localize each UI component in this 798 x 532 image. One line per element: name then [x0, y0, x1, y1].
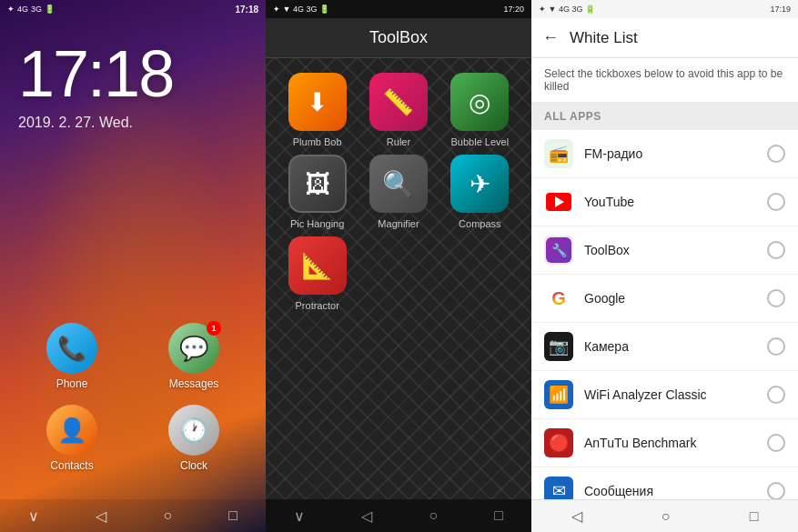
list-item[interactable]: 📶 WiFi Analyzer Classic — [531, 371, 798, 419]
wifi-analyzer-icon: 📶 — [544, 380, 573, 409]
toolbox-nav-home[interactable]: ○ — [429, 507, 438, 524]
list-item[interactable]: G Google — [531, 275, 798, 323]
home-app-messages[interactable]: 💬 1 Messages — [140, 323, 247, 390]
wl-nav-bar: ◁ ○ □ — [531, 499, 798, 532]
home-app-phone[interactable]: 📞 Phone — [18, 323, 126, 390]
wl-section-header: ALL APPS — [531, 103, 798, 130]
list-item[interactable]: 📷 Камера — [531, 323, 798, 371]
magnifier-label: Magnifier — [378, 218, 419, 229]
home-app-clock[interactable]: 🕐 Clock — [140, 405, 247, 472]
clock-icon: 🕐 — [168, 405, 219, 456]
protractor-label: Protractor — [296, 300, 339, 311]
google-logo: G — [551, 288, 566, 309]
toolbox-grid: ⬇ Plumb Bob 📏 Ruler ◎ Bubble Level 🖼 Pic… — [266, 58, 531, 499]
antutu-label: AnTuTu Benchmark — [584, 436, 756, 450]
home-big-time: 17:18 — [18, 36, 266, 111]
plumb-bob-icon: ⬇ — [288, 73, 347, 131]
tool-compass[interactable]: ✈ Compass — [443, 155, 517, 229]
signal-3g: 3G — [31, 5, 42, 14]
fm-radio-label: FM-радио — [584, 146, 756, 161]
plumb-bob-label: Plumb Bob — [293, 136, 342, 147]
tool-bubble-level[interactable]: ◎ Bubble Level — [443, 73, 517, 147]
camera-label: Камера — [584, 339, 756, 354]
messages-icon: 💬 1 — [168, 323, 219, 374]
list-item[interactable]: ✉ Сообщения — [531, 467, 798, 499]
toolbox-nav-back[interactable]: ◁ — [361, 507, 372, 525]
toolbox-status-icons: ✦ ▼ 4G 3G 🔋 — [273, 5, 329, 14]
home-nav-recent[interactable]: □ — [228, 507, 237, 524]
google-label: Google — [584, 291, 756, 306]
wl-back-button[interactable]: ← — [542, 28, 559, 47]
youtube-checkbox[interactable] — [767, 193, 785, 211]
toolbox-screen: ✦ ▼ 4G 3G 🔋 17:20 ToolBox ⬇ Plumb Bob 📏 … — [266, 0, 531, 532]
google-icon: G — [544, 284, 573, 313]
toolbox-nav-down[interactable]: ∨ — [294, 507, 305, 525]
home-screen: ✦ 4G 3G 🔋 17:18 17:18 2019. 2. 27. Wed. … — [0, 0, 266, 532]
messages-wl-label: Сообщения — [584, 484, 756, 498]
youtube-label: YouTube — [584, 195, 756, 209]
pic-hanging-icon: 🖼 — [288, 155, 347, 213]
tool-pic-hanging[interactable]: 🖼 Pic Hanging — [280, 155, 354, 229]
toolbox-status-time: 17:20 — [503, 5, 524, 14]
home-nav-back[interactable]: ◁ — [96, 507, 106, 525]
wl-title: White List — [570, 29, 638, 47]
contacts-icon: 👤 — [46, 405, 97, 456]
toolbox-nav-recent[interactable]: □ — [494, 507, 503, 524]
wl-header: ← White List — [531, 18, 798, 58]
wl-nav-home[interactable]: ○ — [662, 508, 671, 525]
camera-checkbox[interactable] — [767, 337, 785, 356]
youtube-icon — [544, 187, 573, 216]
list-item[interactable]: 📻 FM-радио — [531, 130, 798, 178]
messages-label: Messages — [169, 377, 219, 390]
home-nav-bar: ∨ ◁ ○ □ — [0, 499, 266, 532]
battery-icon: 🔋 — [45, 5, 55, 14]
toolbox-title: ToolBox — [369, 28, 428, 47]
tool-protractor[interactable]: 📐 Protractor — [280, 236, 354, 311]
tool-magnifier[interactable]: 🔍 Magnifier — [361, 155, 435, 229]
home-clock: 17:18 2019. 2. 27. Wed. — [0, 18, 266, 131]
antutu-checkbox[interactable] — [767, 434, 785, 452]
pic-hanging-label: Pic Hanging — [290, 218, 344, 229]
wl-app-list: 📻 FM-радио YouTube 🔧 ToolBox G Google — [531, 130, 798, 499]
list-item[interactable]: 🔴 AnTuTu Benchmark — [531, 419, 798, 467]
phone-label: Phone — [56, 377, 88, 390]
fm-radio-checkbox[interactable] — [767, 145, 785, 163]
wl-status-time: 17:19 — [770, 5, 791, 14]
fm-radio-icon: 📻 — [544, 139, 573, 168]
wl-nav-back[interactable]: ◁ — [571, 507, 582, 525]
home-status-bar: ✦ 4G 3G 🔋 17:18 — [0, 0, 266, 18]
messages-badge: 1 — [207, 321, 221, 336]
wifi-analyzer-label: WiFi Analyzer Classic — [584, 387, 756, 402]
list-item[interactable]: YouTube — [531, 178, 798, 226]
messages-wl-icon: ✉ — [544, 477, 573, 499]
home-app-contacts[interactable]: 👤 Contacts — [18, 405, 126, 472]
wl-nav-recent[interactable]: □ — [750, 508, 759, 525]
phone-icon: 📞 — [46, 323, 97, 374]
home-date: 2019. 2. 27. Wed. — [18, 115, 266, 131]
wl-subtitle: Select the tickboxes below to avoid this… — [531, 58, 798, 103]
magnifier-icon: 🔍 — [369, 155, 428, 213]
tb-logo: 🔧 — [546, 237, 571, 263]
wl-status-bar: ✦ ▼ 4G 3G 🔋 17:19 — [531, 0, 798, 18]
toolbox-checkbox[interactable] — [767, 241, 785, 259]
whitelist-screen: ✦ ▼ 4G 3G 🔋 17:19 ← White List Select th… — [531, 0, 798, 532]
tool-ruler[interactable]: 📏 Ruler — [361, 73, 435, 147]
compass-icon: ✈ — [450, 155, 509, 213]
home-nav-down[interactable]: ∨ — [28, 507, 39, 525]
toolbox-wl-label: ToolBox — [584, 243, 756, 257]
tool-plumb-bob[interactable]: ⬇ Plumb Bob — [280, 73, 354, 147]
messages-wl-checkbox[interactable] — [767, 482, 785, 499]
google-checkbox[interactable] — [767, 289, 785, 307]
protractor-icon: 📐 — [288, 236, 347, 295]
signal-4g: 4G — [17, 5, 28, 14]
clock-label: Clock — [180, 459, 207, 472]
contacts-label: Contacts — [50, 459, 93, 472]
list-item[interactable]: 🔧 ToolBox — [531, 226, 798, 275]
bubble-level-icon: ◎ — [450, 73, 509, 131]
ruler-icon: 📏 — [369, 73, 428, 131]
toolbox-header: ToolBox — [266, 18, 531, 58]
home-nav-home[interactable]: ○ — [163, 507, 172, 524]
wifi-analyzer-checkbox[interactable] — [767, 386, 785, 404]
toolbox-icon: 🔧 — [544, 236, 573, 265]
compass-label: Compass — [459, 218, 500, 229]
